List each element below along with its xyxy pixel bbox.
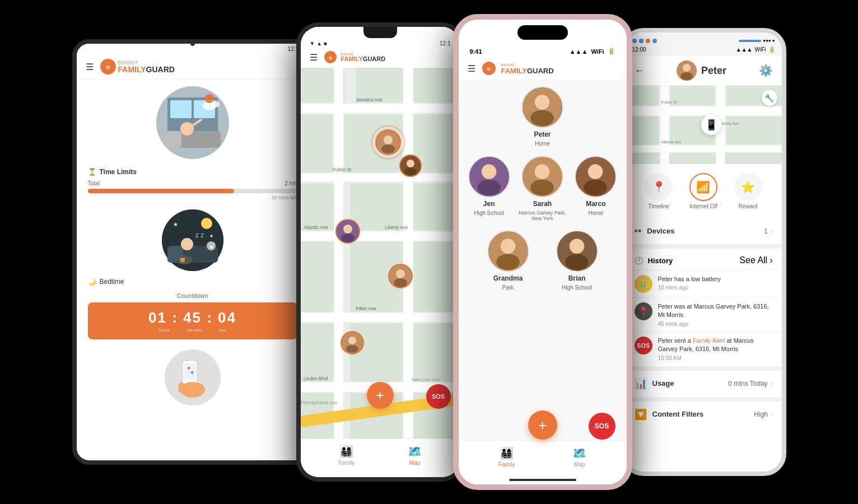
settings-icon[interactable]: ⚙️	[759, 64, 773, 77]
family-row-3: Grandma Park Brian High School	[465, 230, 620, 291]
reward-label: Reward	[738, 203, 757, 209]
history-icon: 🕐	[635, 256, 644, 265]
family-header: ☰ B boost FAMILYGUARD	[459, 59, 627, 80]
phone-family-screen: 9:41 ▲▲▲ WiFi 🔋 ☰ B boost FAMILYGUAR	[459, 20, 627, 484]
family-tab-map[interactable]: 🗺️ Map	[572, 446, 586, 468]
internet-off-action[interactable]: 📶 Internet Off	[689, 173, 717, 209]
peter-map-background: Fulton St Atlantic Ave Liberty Ave 📱 🔧	[626, 86, 782, 164]
tablet-screen: 12:30 ☰ B boost FAMILYGUARD	[77, 44, 309, 460]
family-member-jen[interactable]: Jen High School	[465, 156, 513, 221]
family-member-brian[interactable]: Brian High School	[545, 230, 609, 291]
map-pin-5[interactable]	[341, 331, 364, 354]
map-menu-icon[interactable]: ☰	[310, 52, 318, 63]
day-scene-circle: 🦊	[156, 86, 229, 159]
phone-map-device: ▼ ▲ ■ 12:1 ☰ B boost FAMILYGUARD	[296, 22, 464, 482]
family-member-marco[interactable]: Marco Home	[572, 156, 619, 221]
reward-action[interactable]: ⭐ Reward	[734, 173, 762, 209]
svg-text:Fulton St: Fulton St	[661, 100, 677, 104]
svg-rect-57	[301, 313, 460, 323]
alert-main-text: Peter sent a Family Alert at Marcus Garv…	[658, 337, 773, 354]
family-member-grandma[interactable]: Grandma Park	[477, 230, 540, 291]
battery-icon: 🔋	[635, 275, 652, 293]
battery-history-text: Peter has a low battery 10 mins ago	[658, 275, 773, 291]
map-wrench-icon[interactable]: 🔧	[762, 90, 777, 106]
map-app-title: FAMILYGUARD	[341, 56, 386, 62]
family-menu-icon[interactable]: ☰	[468, 63, 475, 74]
map-pin-3[interactable]	[335, 219, 360, 244]
jen-name: Jen	[483, 200, 495, 208]
boost-logo: B boost FAMILYGUARD	[100, 59, 175, 74]
map-view[interactable]: Jamaica Ave Fulton St Atlantic Ave Pitki…	[301, 68, 460, 445]
map-pin-4[interactable]	[388, 264, 413, 288]
svg-rect-56	[301, 231, 460, 241]
tab-family[interactable]: 👨‍👩‍👧‍👦 Family	[338, 445, 355, 466]
content-filters-row[interactable]: 🔽 Content Filters High ›	[626, 402, 782, 427]
tab-map[interactable]: 🗺️ Map	[408, 445, 422, 466]
svg-text:New Lots Ave: New Lots Ave	[411, 377, 439, 382]
family-row-1: Peter Home	[465, 86, 620, 147]
total-value: 2 hrs	[285, 180, 297, 186]
divider-1	[626, 244, 782, 249]
svg-point-100	[500, 239, 515, 254]
minutes-label: minutes	[186, 328, 202, 333]
phone-map-notch	[363, 27, 397, 38]
timeline-action[interactable]: 📍 Timeline	[645, 173, 673, 209]
svg-text:Fulton St: Fulton St	[332, 167, 351, 172]
svg-rect-45	[301, 242, 338, 311]
svg-text:B: B	[487, 67, 491, 72]
sarah-location: Marcus Garvey Park, New York	[519, 210, 566, 221]
svg-text:Pitkin Ave: Pitkin Ave	[356, 306, 376, 311]
status-line	[739, 40, 761, 42]
add-family-button[interactable]: +	[367, 382, 394, 409]
dot-1	[632, 39, 637, 43]
usage-row[interactable]: 📊 Usage 0 mins Today ›	[626, 371, 782, 396]
bedtime-label: 🌙 Bedtime	[88, 278, 297, 286]
history-item-alert: SOS Peter sent a Family Alert at Marcus …	[626, 332, 782, 366]
peter-actions: 📍 Timeline 📶 Internet Off ⭐ Reward	[626, 164, 782, 218]
svg-rect-55	[301, 174, 460, 182]
alert-history-text: Peter sent a Family Alert at Marcus Garv…	[658, 337, 773, 361]
peter-mini-map[interactable]: Fulton St Atlantic Ave Liberty Ave 📱 🔧	[626, 86, 782, 164]
map-pin-2[interactable]	[399, 155, 422, 177]
peter-avatar-header	[677, 60, 697, 81]
map-tab-label: Map	[409, 460, 420, 466]
family-map-icon: 🗺️	[572, 446, 586, 460]
timeline-label: Timeline	[649, 203, 669, 209]
content-filters-right: High ›	[754, 410, 772, 419]
map-pin-1[interactable]	[375, 129, 401, 155]
time-limits-title: ⏳ Time Limits	[88, 168, 297, 176]
peter-avatar	[521, 86, 563, 128]
sos-button[interactable]: SOS	[426, 384, 451, 409]
family-sos-button[interactable]: SOS	[589, 413, 615, 440]
location-time: 45 mins ago	[658, 321, 773, 327]
back-button[interactable]: ←	[635, 65, 645, 77]
hero-illustration: 🦊	[77, 80, 309, 164]
boost-logo-icon: B	[100, 59, 116, 74]
see-all-section[interactable]: See All ›	[739, 255, 772, 265]
svg-text:Pennsylvania Ave: Pennsylvania Ave	[301, 400, 338, 405]
family-icon: 👨‍👩‍👧‍👦	[339, 445, 353, 458]
family-time: 9:41	[470, 48, 482, 55]
family-tab-family[interactable]: 👨‍👩‍👧‍👦 Family	[498, 446, 515, 468]
devices-row[interactable]: ▪▪ Devices 1 ›	[626, 218, 782, 244]
svg-point-75	[404, 167, 417, 175]
svg-rect-59	[334, 68, 343, 445]
svg-rect-42	[301, 184, 338, 230]
map-icon: 🗺️	[408, 445, 422, 458]
hamburger-icon[interactable]: ☰	[86, 62, 94, 72]
see-all-label: See All	[739, 255, 767, 265]
alert-history-icon: SOS	[635, 337, 652, 354]
family-add-button[interactable]: +	[528, 410, 557, 440]
phone-map-screen: ▼ ▲ ■ 12:1 ☰ B boost FAMILYGUARD	[301, 27, 460, 477]
peter-time: 12:00	[632, 46, 646, 53]
svg-text:Liberty Ave: Liberty Ave	[719, 122, 739, 126]
family-row-2: Jen High School Sarah Marcus Garvey Park…	[465, 156, 620, 221]
location-history-icon: 📍	[635, 302, 652, 320]
tablet-camera	[190, 41, 195, 46]
timeline-icon: 📍	[645, 173, 673, 201]
devices-title: Devices	[647, 227, 674, 235]
family-member-peter[interactable]: Peter Home	[521, 86, 563, 147]
family-member-sarah[interactable]: Sarah Marcus Garvey Park, New York	[519, 156, 566, 221]
svg-text:📍: 📍	[189, 371, 195, 376]
svg-text:Linden Blvd: Linden Blvd	[304, 376, 328, 381]
